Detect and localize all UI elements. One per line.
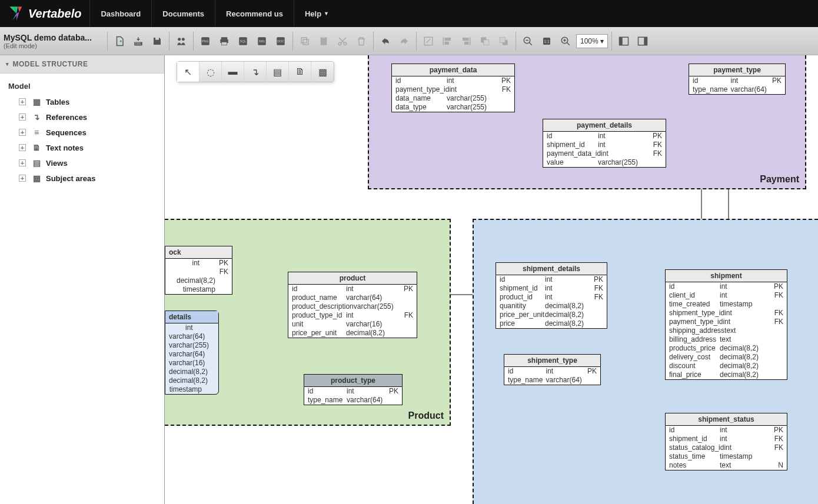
nav-documents[interactable]: Documents	[151, 0, 215, 27]
svg-text:DOC: DOC	[277, 39, 284, 43]
left-panel-icon	[618, 36, 630, 46]
entity-column: shipping_addresstext	[666, 326, 787, 335]
undo-button[interactable]	[377, 33, 394, 49]
tool-view[interactable]: ▤	[267, 62, 289, 82]
expand-icon[interactable]: +	[19, 98, 26, 105]
diagram-canvas[interactable]: Payment Product ↖ ◌ ▬ ↴ ▤ 🗎 ▩ payment_da…	[165, 55, 818, 504]
delete-button[interactable]	[353, 33, 370, 49]
tool-table[interactable]: ▬	[222, 62, 244, 82]
tree-item-sequences[interactable]: +≡Sequences	[2, 125, 162, 140]
zoom-out-icon	[523, 36, 533, 46]
entity-column: time_createdtimestamp	[666, 300, 787, 309]
zoom-in-button[interactable]	[557, 33, 574, 49]
entity-column: decimal(8,2)	[165, 376, 218, 385]
chevron-down-icon: ▾	[6, 61, 9, 67]
tool-select[interactable]: ↖	[177, 62, 199, 82]
zoom-select[interactable]: 100% ▾	[576, 34, 608, 48]
ddl-button[interactable]: DDL	[130, 33, 147, 49]
tool-area[interactable]: ▩	[311, 62, 334, 82]
entity-column: varchar(64)	[165, 332, 218, 341]
expand-icon[interactable]: +	[19, 159, 26, 166]
save-button[interactable]	[149, 33, 165, 49]
nav-dashboard[interactable]: Dashboard	[89, 0, 151, 27]
send-back-button[interactable]	[496, 33, 512, 49]
view-right-panel-button[interactable]	[634, 33, 651, 49]
save-icon	[152, 36, 162, 46]
note-icon: 🗎	[32, 143, 41, 152]
separator	[193, 32, 194, 51]
entity-shipment-details[interactable]: shipment_details idintPKshipment_idintFK…	[496, 262, 607, 329]
view-icon: ▤	[32, 158, 41, 168]
nav-recommend-label: Recommend us	[226, 9, 283, 18]
new-file-button[interactable]	[111, 33, 128, 49]
tool-marquee[interactable]: ◌	[199, 62, 222, 82]
export-png-button[interactable]: PNG	[197, 33, 214, 49]
tree-item-label: Tables	[46, 98, 69, 106]
print-button[interactable]	[216, 33, 232, 49]
entity-payment-data[interactable]: payment_data idintPKpayment_type_idintFK…	[391, 64, 515, 112]
zoom-reset-button[interactable]: 1:1	[538, 33, 555, 49]
tree-item-textnotes[interactable]: +🗎Text notes	[2, 140, 162, 155]
export-xml-button[interactable]: XML	[254, 33, 270, 49]
redo-button[interactable]	[396, 33, 413, 49]
document-mode: (Edit mode)	[4, 42, 101, 49]
tree-item-views[interactable]: +▤Views	[2, 155, 162, 171]
expand-icon[interactable]: +	[19, 175, 26, 182]
toolbar: MySQL demo databa... (Edit mode) DDL PNG…	[0, 27, 818, 55]
panel-header[interactable]: ▾ MODEL STRUCTURE	[0, 55, 164, 74]
tree-item-references[interactable]: +↴References	[2, 109, 162, 125]
nav-recommend[interactable]: Recommend us	[215, 0, 294, 27]
entity-shipment-status[interactable]: shipment_status idintPKshipment_idintFKs…	[665, 413, 787, 470]
entity-column: discountdecimal(8,2)	[666, 362, 787, 371]
nav-dashboard-label: Dashboard	[101, 9, 141, 18]
nav-help[interactable]: Help▼	[294, 0, 340, 27]
edit-square-button[interactable]	[420, 33, 437, 49]
entity-column: price_per_unitdecimal(8,2)	[496, 311, 607, 319]
align-right-button[interactable]	[458, 33, 474, 49]
share-icon	[175, 35, 187, 47]
bring-front-button[interactable]	[477, 33, 493, 49]
cut-button[interactable]	[334, 33, 351, 49]
paste-button[interactable]	[315, 33, 332, 49]
zoom-reset-icon: 1:1	[541, 36, 552, 46]
separator	[611, 32, 612, 51]
entity-title: product_type	[304, 375, 402, 387]
tool-note[interactable]: 🗎	[289, 62, 311, 82]
entity-stock[interactable]: ock intPK FKdecimal(8,2)timestamp	[165, 246, 232, 295]
tree-item-tables[interactable]: +▦Tables	[2, 94, 162, 109]
tree-item-subjectareas[interactable]: +▩Subject areas	[2, 171, 162, 186]
tool-reference[interactable]: ↴	[244, 62, 267, 82]
copy-button[interactable]	[297, 33, 313, 49]
expand-icon[interactable]: +	[19, 144, 26, 151]
svg-point-4	[182, 38, 185, 41]
entity-title: payment_data	[392, 64, 514, 76]
entity-column: client_idintFK	[666, 291, 787, 300]
entity-shipment[interactable]: shipment idintPKclient_idintFKtime_creat…	[665, 269, 787, 380]
entity-shipment-type[interactable]: shipment_type idintPKtype_namevarchar(64…	[504, 354, 601, 385]
document-title-block[interactable]: MySQL demo databa... (Edit mode)	[4, 33, 104, 49]
view-left-panel-button[interactable]	[616, 33, 632, 49]
expand-icon[interactable]: +	[19, 129, 26, 136]
expand-icon[interactable]: +	[19, 114, 26, 121]
entity-column: varchar(64)	[165, 350, 218, 359]
cut-icon	[337, 36, 348, 46]
share-button[interactable]	[173, 33, 189, 49]
export-doc-button[interactable]: DOC	[272, 33, 289, 49]
align-left-button[interactable]	[439, 33, 455, 49]
zoom-out-button[interactable]	[520, 33, 536, 49]
entity-details[interactable]: details intvarchar(64)varchar(255)varcha…	[165, 311, 219, 395]
entity-payment-details[interactable]: payment_details idintPKshipment_idintFKp…	[543, 119, 666, 168]
entity-column: type_namevarchar(64)	[504, 376, 600, 385]
svg-text:1:1: 1:1	[544, 39, 550, 44]
entity-product[interactable]: product idintPKproduct_namevarchar(64)pr…	[288, 272, 417, 338]
entity-column: status_timetimestamp	[666, 452, 787, 461]
align-left-icon	[442, 36, 453, 46]
logo[interactable]: Vertabelo	[0, 5, 89, 22]
entity-payment-type[interactable]: payment_type idintPKtype_namevarchar(64)	[689, 64, 786, 95]
tree-item-label: Text notes	[46, 143, 84, 152]
export-sql-button[interactable]: SQL	[235, 33, 251, 49]
print-icon	[219, 36, 230, 46]
tree-root[interactable]: Model	[2, 78, 162, 94]
entity-column: payment_type_idintFK	[392, 85, 514, 94]
entity-product-type[interactable]: product_type idintPKtype_namevarchar(64)	[304, 374, 403, 405]
